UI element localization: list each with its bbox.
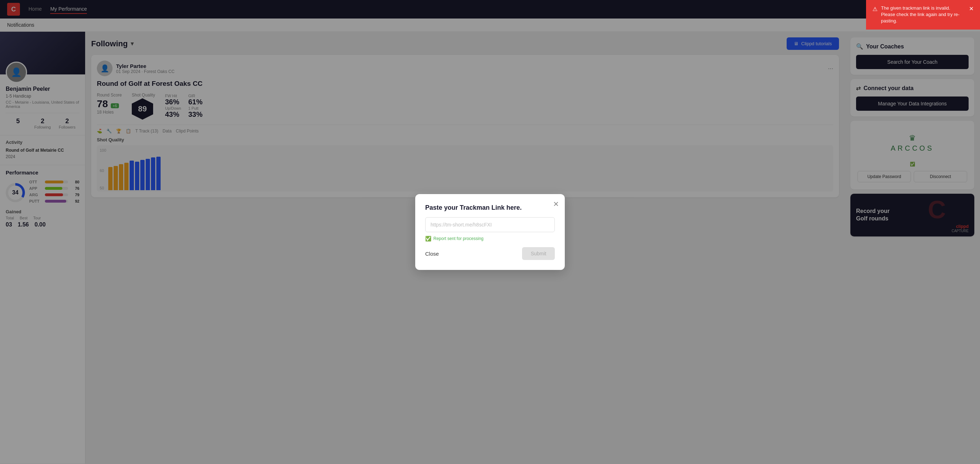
modal-submit-button[interactable]: Submit xyxy=(522,247,555,260)
success-text: Report sent for processing xyxy=(433,236,484,241)
modal-close-x-button[interactable]: ✕ xyxy=(553,200,559,208)
modal-actions: Close Submit xyxy=(425,247,555,260)
warning-icon: ⚠ xyxy=(872,5,877,13)
success-check-icon: ✅ xyxy=(425,236,431,242)
error-toast: ⚠ The given trackman link is invalid. Pl… xyxy=(866,0,980,30)
error-toast-close[interactable]: ✕ xyxy=(969,5,974,13)
trackman-link-input[interactable] xyxy=(425,217,555,232)
modal-overlay: ✕ Paste your Trackman Link here. ✅ Repor… xyxy=(0,0,980,464)
trackman-modal: ✕ Paste your Trackman Link here. ✅ Repor… xyxy=(415,194,565,270)
error-toast-message: The given trackman link is invalid. Plea… xyxy=(881,5,966,25)
modal-success-message: ✅ Report sent for processing xyxy=(425,236,555,242)
modal-title: Paste your Trackman Link here. xyxy=(425,204,555,211)
modal-close-button[interactable]: Close xyxy=(425,251,439,257)
